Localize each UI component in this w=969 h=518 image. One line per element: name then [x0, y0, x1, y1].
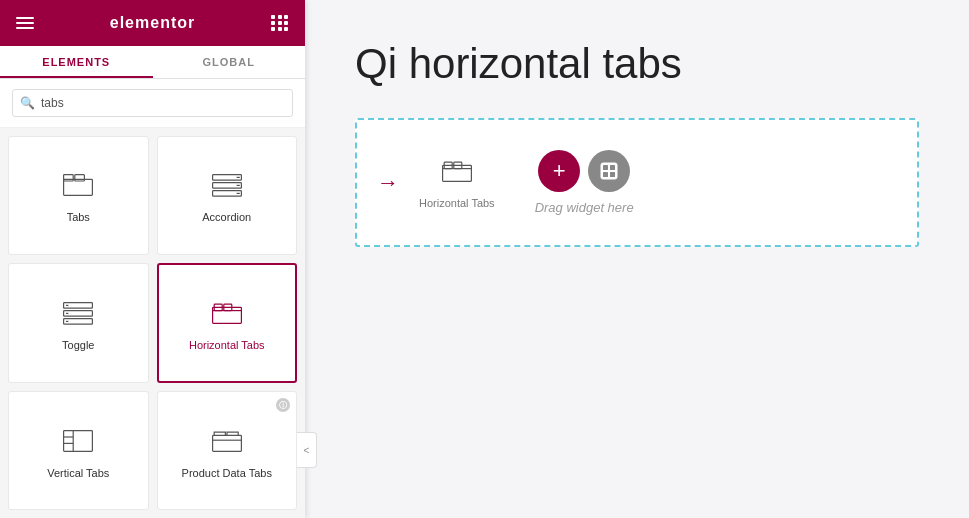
pro-badge: ⓘ [276, 398, 290, 412]
svg-rect-22 [212, 435, 241, 451]
svg-rect-29 [610, 165, 615, 170]
grid-icon[interactable] [271, 15, 289, 31]
page-title: Qi horizontal tabs [355, 40, 919, 88]
app-title: elementor [110, 14, 195, 32]
horizontal-tabs-placeholder-icon [441, 157, 473, 189]
add-buttons: + [538, 150, 630, 192]
toggle-icon [62, 299, 94, 331]
tabs-icon [62, 171, 94, 203]
widget-item-product-data-tabs[interactable]: ⓘ Product Data Tabs [157, 391, 298, 510]
search-area: 🔍 [0, 79, 305, 128]
svg-rect-30 [603, 172, 608, 177]
svg-rect-31 [610, 172, 615, 177]
widget-placeholder-label: Horizontal Tabs [419, 197, 495, 209]
vertical-tabs-icon [62, 427, 94, 459]
svg-rect-15 [212, 307, 241, 323]
hamburger-icon[interactable] [16, 17, 34, 29]
svg-rect-1 [64, 175, 74, 181]
product-data-tabs-icon [211, 427, 243, 459]
widget-label-product-data-tabs: Product Data Tabs [182, 467, 272, 479]
widget-item-vertical-tabs[interactable]: Vertical Tabs [8, 391, 149, 510]
search-icon: 🔍 [20, 96, 35, 110]
widget-item-toggle[interactable]: Toggle [8, 263, 149, 384]
widget-item-accordion[interactable]: Accordion [157, 136, 298, 255]
widget-label-accordion: Accordion [202, 211, 251, 223]
widget-placeholder: Horizontal Tabs [419, 157, 495, 209]
sidebar-header: elementor [0, 0, 305, 46]
search-input[interactable] [12, 89, 293, 117]
add-widget-button[interactable]: + [538, 150, 580, 192]
horizontal-tabs-icon [211, 299, 243, 331]
svg-rect-24 [442, 165, 471, 181]
sidebar: elementor ELEMENTS GLOBAL 🔍 [0, 0, 305, 518]
svg-rect-28 [603, 165, 608, 170]
widget-label-horizontal-tabs: Horizontal Tabs [189, 339, 265, 351]
drag-label: Drag widget here [535, 200, 634, 215]
accordion-icon [211, 171, 243, 203]
widget-item-tabs[interactable]: Tabs [8, 136, 149, 255]
widget-grid: Tabs Accordion [0, 128, 305, 518]
add-widget-area: + Drag widget here [535, 150, 634, 215]
drop-zone: → Horizontal Tabs + [355, 118, 919, 247]
widget-label-tabs: Tabs [67, 211, 90, 223]
arrow-indicator: → [377, 170, 399, 196]
sidebar-tabs: ELEMENTS GLOBAL [0, 46, 305, 79]
tab-global[interactable]: GLOBAL [153, 46, 306, 78]
widget-item-horizontal-tabs[interactable]: Horizontal Tabs [157, 263, 298, 384]
tab-elements[interactable]: ELEMENTS [0, 46, 153, 78]
widget-label-toggle: Toggle [62, 339, 94, 351]
settings-widget-button[interactable] [588, 150, 630, 192]
svg-rect-18 [64, 430, 93, 451]
widget-label-vertical-tabs: Vertical Tabs [47, 467, 109, 479]
svg-rect-2 [75, 175, 85, 181]
main-content: Qi horizontal tabs → Horizontal Tabs + [305, 0, 969, 518]
sidebar-collapse-button[interactable]: < [297, 432, 317, 468]
svg-rect-0 [64, 180, 93, 196]
